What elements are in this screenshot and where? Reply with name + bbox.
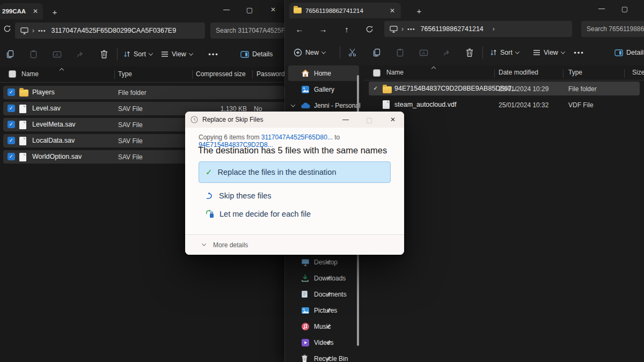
- table-row[interactable]: steam_autocloud.vdf25/01/2024 10:32VDF F…: [369, 98, 640, 112]
- delete-icon[interactable]: [461, 45, 478, 60]
- column-header-password[interactable]: Password: [257, 70, 285, 78]
- column-header-size[interactable]: Size: [632, 69, 644, 76]
- copy-icon[interactable]: [368, 45, 385, 60]
- column-divider[interactable]: [563, 69, 564, 78]
- rename-icon[interactable]: A: [415, 45, 432, 60]
- maximize-button[interactable]: ▢: [241, 3, 258, 16]
- onedrive-icon: [301, 102, 311, 109]
- maximize-button[interactable]: ▢: [617, 2, 633, 15]
- select-all-checkbox[interactable]: [373, 69, 380, 77]
- more-options-icon[interactable]: •••: [205, 47, 222, 62]
- tab-bar: 299CAA ✕ + — ▢ ✕: [0, 0, 284, 19]
- chevron-down-icon[interactable]: [291, 102, 295, 107]
- dialog-titlebar: Replace or Skip Files — ▢ ✕: [185, 112, 404, 128]
- new-button[interactable]: New: [294, 45, 325, 60]
- sidebar-item-videos[interactable]: Videos: [288, 335, 359, 350]
- new-tab-button[interactable]: +: [414, 5, 425, 16]
- rename-icon[interactable]: A: [48, 47, 65, 62]
- sidebar-item-label: Home: [314, 70, 331, 77]
- row-checkbox[interactable]: [8, 121, 15, 128]
- refresh-icon[interactable]: [361, 23, 377, 35]
- option-replace-the[interactable]: ✓Replace the files in the destination: [199, 161, 391, 183]
- table-row[interactable]: PlayersFile folder: [3, 86, 284, 99]
- dialog-minimize-button[interactable]: —: [338, 113, 354, 126]
- details-button[interactable]: Details: [240, 47, 273, 62]
- breadcrumb-path[interactable]: 76561198862741214: [421, 25, 484, 33]
- details-label: Details: [252, 50, 273, 58]
- refresh-icon[interactable]: [3, 25, 11, 33]
- sidebar-item-music[interactable]: Music: [288, 319, 359, 334]
- delete-icon[interactable]: [96, 47, 113, 62]
- home-icon: [301, 69, 310, 77]
- option-skip-these[interactable]: Skip these files: [199, 187, 391, 205]
- column-header-name[interactable]: Name: [386, 69, 404, 76]
- sidebar-item-desktop[interactable]: Desktop: [288, 254, 359, 270]
- pin-icon: [301, 307, 356, 313]
- tab-close-icon[interactable]: ✕: [31, 7, 40, 16]
- column-divider[interactable]: [494, 69, 495, 78]
- column-divider[interactable]: [624, 69, 625, 78]
- share-icon[interactable]: [72, 47, 89, 62]
- row-checkbox[interactable]: [8, 105, 15, 112]
- more-options-icon[interactable]: •••: [570, 45, 588, 60]
- sidebar-item-home[interactable]: Home: [288, 65, 359, 81]
- column-header-name[interactable]: Name: [21, 70, 39, 78]
- sort-ascending-icon: [431, 67, 436, 71]
- more-details-button[interactable]: More details: [213, 241, 248, 249]
- up-icon[interactable]: ↑: [339, 23, 355, 35]
- sidebar-item-jenni-personal[interactable]: Jenni - Personal: [288, 98, 359, 113]
- source-path-link[interactable]: 3117047A4525F65D80...: [261, 134, 333, 141]
- column-header-date-modified[interactable]: Date modified: [499, 69, 538, 76]
- column-divider[interactable]: [192, 70, 193, 79]
- breadcrumb-overflow-icon[interactable]: •••: [38, 27, 46, 34]
- details-pane-icon: [240, 51, 249, 58]
- column-header-type[interactable]: Type: [118, 70, 132, 78]
- view-button[interactable]: View: [161, 47, 193, 62]
- paste-icon[interactable]: [25, 47, 42, 62]
- pin-icon: [301, 323, 356, 329]
- breadcrumb-path[interactable]: 3117047A4525F65D80299CAA5F0367E9: [52, 27, 177, 34]
- view-button[interactable]: View: [533, 45, 565, 60]
- breadcrumb-overflow-icon[interactable]: •••: [407, 26, 415, 32]
- search-input[interactable]: Search 3117047A4525F65D80299CAA5F0367E9: [210, 23, 284, 39]
- column-header-compressed-size[interactable]: Compressed size: [196, 70, 246, 78]
- new-tab-button[interactable]: +: [49, 6, 60, 17]
- sidebar-item-recycle-bin[interactable]: Recycle Bin: [288, 351, 359, 362]
- sidebar-item-documents[interactable]: Documents: [288, 286, 359, 302]
- table-row[interactable]: 94E7154B4837C9D2D8BE9AB85D567...25/01/20…: [369, 82, 640, 95]
- sort-button[interactable]: Sort: [490, 45, 519, 60]
- copy-icon[interactable]: [1, 47, 18, 62]
- column-divider[interactable]: [252, 70, 253, 79]
- column-divider[interactable]: [114, 70, 115, 79]
- share-icon[interactable]: [438, 45, 456, 60]
- paste-icon[interactable]: [391, 45, 408, 60]
- sidebar-item-pictures[interactable]: Pictures: [288, 302, 359, 318]
- sidebar-item-gallery[interactable]: Gallery: [288, 82, 359, 97]
- address-bar[interactable]: › ••• 3117047A4525F65D80299CAA5F0367E9: [15, 23, 205, 39]
- minimize-button[interactable]: —: [594, 2, 610, 15]
- option-let-me[interactable]: Let me decide for each file: [199, 205, 391, 223]
- select-all-checkbox[interactable]: [9, 70, 16, 78]
- file-icon: [19, 121, 26, 129]
- column-header-type[interactable]: Type: [568, 69, 582, 76]
- this-pc-icon[interactable]: [20, 27, 28, 34]
- tab-destination-folder[interactable]: 76561198862741214 ✕: [289, 3, 401, 18]
- row-checkbox[interactable]: [8, 88, 15, 96]
- tab-close-icon[interactable]: ✕: [388, 6, 397, 15]
- sidebar-item-downloads[interactable]: Downloads: [288, 270, 359, 286]
- plus-circle-icon: [294, 48, 302, 57]
- cut-icon[interactable]: [344, 45, 361, 60]
- tab-source-folder[interactable]: 299CAA ✕: [0, 3, 43, 19]
- row-checkbox[interactable]: [8, 153, 15, 160]
- dialog-close-button[interactable]: ✕: [385, 113, 401, 126]
- back-icon[interactable]: ←: [291, 23, 308, 35]
- close-button[interactable]: ✕: [265, 3, 281, 16]
- this-pc-icon[interactable]: [390, 26, 398, 33]
- details-button[interactable]: Details: [614, 45, 644, 60]
- row-checkbox[interactable]: [8, 137, 15, 144]
- forward-icon[interactable]: →: [315, 23, 331, 35]
- sort-button[interactable]: Sort: [123, 47, 152, 62]
- address-bar[interactable]: › ••• 76561198862741214 ›: [384, 21, 572, 37]
- search-input[interactable]: Search 76561198862741214: [581, 21, 644, 37]
- minimize-button[interactable]: —: [218, 3, 235, 16]
